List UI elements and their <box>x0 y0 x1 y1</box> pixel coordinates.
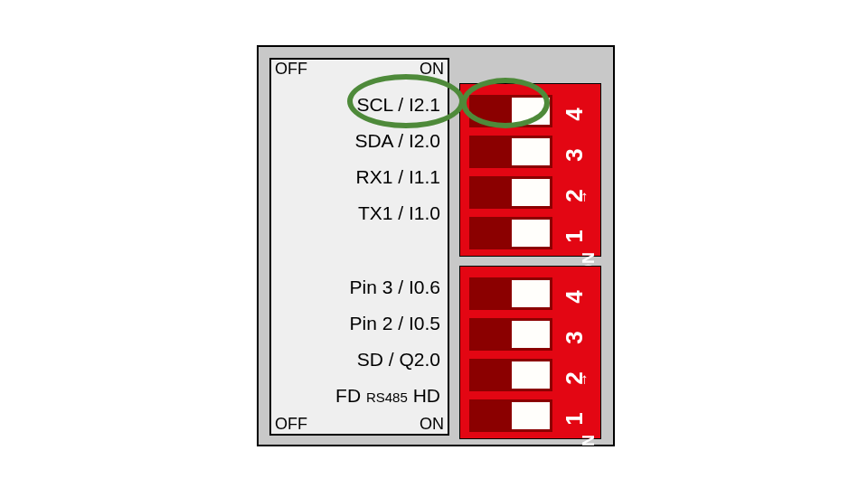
dip-slot <box>469 136 552 168</box>
dip-num: 3 <box>561 144 589 167</box>
dip-on-marker: ON <box>580 435 599 459</box>
dip-slider-4b[interactable] <box>512 280 550 307</box>
dip-slot <box>469 399 552 432</box>
off-label-bottom: OFF <box>275 415 307 434</box>
dip-slider-1[interactable] <box>512 220 550 247</box>
dip-slider-2b[interactable] <box>512 361 550 389</box>
dip-num: 1 <box>561 408 589 431</box>
dip-slider-3b[interactable] <box>512 321 550 348</box>
dip-num: 4 <box>561 103 589 127</box>
dip-arrow-icon: → <box>576 372 592 387</box>
on-label-bottom: ON <box>420 415 444 434</box>
highlight-switch-ellipse <box>461 78 550 128</box>
rs485-mid: RS485 <box>366 389 408 405</box>
dip-slider-1b[interactable] <box>512 402 550 429</box>
row-label-sd: SD / Q2.0 <box>278 349 440 371</box>
dip-arrow-icon: → <box>576 190 592 204</box>
dip-slot <box>469 359 552 391</box>
dip-slider-2[interactable] <box>512 179 550 206</box>
rs485-fd: FD <box>335 385 361 406</box>
highlight-label-ellipse <box>347 74 465 128</box>
dip-num: 1 <box>561 225 589 249</box>
row-label-rx1: RX1 / I1.1 <box>278 166 440 188</box>
dip-block-bottom: 4 3 2 1 ON → <box>459 266 601 439</box>
rs485-hd: HD <box>413 385 440 406</box>
dip-slider-3[interactable] <box>512 138 550 165</box>
diagram-stage: OFF ON SCL / I2.1 SDA / I2.0 RX1 / I1.1 … <box>0 0 868 488</box>
dip-num: 4 <box>561 286 589 309</box>
row-label-rs485: FD RS485 HD <box>278 385 440 407</box>
dip-num: 3 <box>561 326 589 350</box>
dip-slot <box>469 277 552 310</box>
row-label-tx1: TX1 / I1.0 <box>278 202 440 224</box>
row-label-sda: SDA / I2.0 <box>278 130 440 152</box>
row-label-pin2: Pin 2 / I0.5 <box>278 313 440 334</box>
dip-slot <box>469 176 552 209</box>
dip-slot <box>469 217 552 249</box>
dip-panel: OFF ON SCL / I2.1 SDA / I2.0 RX1 / I1.1 … <box>257 45 615 446</box>
row-label-pin3: Pin 3 / I0.6 <box>278 277 440 298</box>
dip-slot <box>469 318 552 351</box>
off-label-top: OFF <box>275 60 307 79</box>
